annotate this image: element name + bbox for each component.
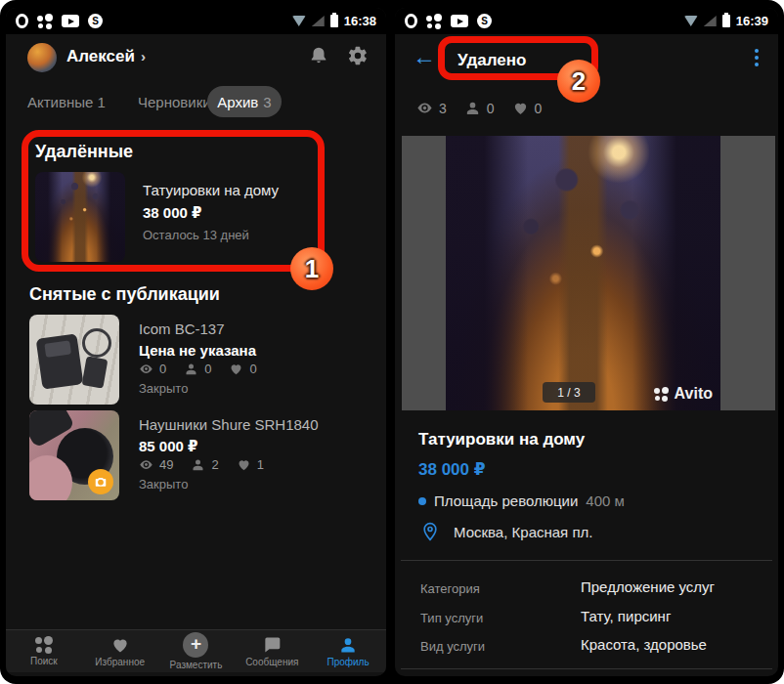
cell-signal-icon bbox=[312, 16, 325, 26]
listing-title[interactable]: Icom BC-137 bbox=[139, 321, 225, 337]
youtube-icon bbox=[62, 15, 79, 27]
nav-search[interactable]: Поиск bbox=[6, 630, 82, 672]
contacts-icon bbox=[464, 100, 481, 116]
shazam-icon: S bbox=[88, 14, 103, 28]
camera-icon bbox=[94, 475, 108, 489]
bell-icon[interactable] bbox=[308, 45, 329, 66]
carousel-next-photo-edge[interactable] bbox=[720, 136, 775, 410]
deleted-ad-screen: S 16:39 ← Удалено 2 3 0 0 bbox=[395, 8, 778, 676]
listing-title[interactable]: Татуировки на дому bbox=[143, 182, 279, 198]
listing-price: 85 000 ₽ bbox=[139, 438, 197, 455]
annotation-badge-1: 1 bbox=[290, 247, 333, 290]
status-bar: S 16:38 bbox=[6, 8, 386, 34]
chevron-right-icon: › bbox=[141, 48, 146, 64]
avito-notification-icon bbox=[426, 14, 442, 29]
listing-price: 38 000 ₽ bbox=[143, 204, 201, 222]
avito-watermark: Avito bbox=[654, 385, 713, 403]
overflow-menu-icon[interactable] bbox=[755, 49, 759, 69]
nav-label: Профиль bbox=[327, 657, 370, 667]
nav-label: Сообщения bbox=[245, 657, 298, 667]
profile-screen: S 16:38 Алексей› Активные 1 Черновики 5 … bbox=[6, 8, 386, 676]
detail-label: Тип услуги bbox=[420, 611, 483, 625]
listing-status: Закрыто bbox=[139, 381, 188, 396]
ad-photo[interactable]: 1 / 3 Avito bbox=[446, 136, 720, 410]
heart-icon bbox=[110, 635, 130, 655]
ad-stats: 3 0 0 bbox=[416, 100, 542, 116]
unpublished-section-title: Снятые с публикации bbox=[29, 284, 220, 305]
divider bbox=[401, 668, 772, 669]
back-button[interactable]: ← bbox=[413, 43, 436, 70]
contacts-icon bbox=[191, 457, 205, 472]
detail-value: Красота, здоровье bbox=[581, 636, 707, 653]
nav-messages[interactable]: Сообщения bbox=[234, 630, 310, 672]
avatar[interactable] bbox=[27, 43, 57, 72]
divider bbox=[401, 560, 772, 561]
tab-active[interactable]: Активные 1 bbox=[27, 94, 106, 110]
contacts-icon bbox=[184, 362, 198, 376]
detail-label: Вид услуги bbox=[420, 639, 485, 654]
favorites-icon bbox=[237, 457, 251, 472]
wifi-icon bbox=[292, 16, 306, 26]
location-pin-icon bbox=[420, 522, 440, 541]
carousel-prev-photo-edge[interactable] bbox=[402, 136, 446, 410]
bottom-navigation: Поиск Избранное + Разместить Сообщения П… bbox=[6, 629, 386, 672]
photo-carousel[interactable]: 1 / 3 Avito bbox=[395, 136, 778, 410]
detail-value: Предложение услуг bbox=[581, 578, 715, 595]
annotated-screenshot-canvas: S 16:38 Алексей› Активные 1 Черновики 5 … bbox=[0, 0, 784, 684]
clock: 16:39 bbox=[736, 14, 768, 28]
clock: 16:38 bbox=[344, 14, 376, 28]
views-icon bbox=[416, 100, 433, 116]
deleted-section-title: Удалённые bbox=[35, 142, 133, 162]
shazam-icon: S bbox=[477, 14, 492, 28]
listing-stats: 0 0 0 bbox=[139, 362, 257, 376]
listing-stats: 49 2 1 bbox=[139, 457, 264, 472]
profile-name[interactable]: Алексей› bbox=[66, 47, 146, 66]
views-icon bbox=[139, 362, 153, 376]
listing-thumbnail-tattoo[interactable] bbox=[35, 172, 125, 262]
listing-thumbnail-icom[interactable] bbox=[29, 315, 119, 405]
person-icon bbox=[338, 635, 358, 655]
avito-logo-icon bbox=[654, 387, 669, 402]
opera-icon bbox=[16, 14, 28, 28]
status-bar: S 16:39 bbox=[395, 8, 778, 34]
views-icon bbox=[139, 457, 153, 472]
metro-name: Площадь революции bbox=[434, 492, 578, 509]
detail-label: Категория bbox=[420, 581, 480, 596]
listing-price: Цена не указана bbox=[139, 342, 256, 359]
plus-icon: + bbox=[183, 632, 208, 658]
metro-distance: 400 м bbox=[586, 492, 625, 509]
detail-value: Тату, пирсинг bbox=[581, 608, 671, 624]
listing-status: Закрыто bbox=[139, 477, 188, 492]
ad-title: Татуировки на дому bbox=[418, 430, 585, 449]
address-row[interactable]: Москва, Красная пл. bbox=[420, 522, 592, 541]
address-text: Москва, Красная пл. bbox=[454, 524, 592, 540]
photo-counter: 1 / 3 bbox=[543, 382, 595, 403]
page-title: Удалено bbox=[457, 51, 526, 70]
opera-icon bbox=[405, 14, 417, 28]
favorites-icon bbox=[512, 100, 529, 116]
youtube-icon bbox=[451, 15, 468, 27]
listing-days-left: Осталось 13 дней bbox=[143, 228, 249, 242]
gear-icon[interactable] bbox=[347, 45, 369, 66]
metro-line-dot bbox=[418, 497, 426, 505]
listing-thumbnail-headphones[interactable] bbox=[29, 410, 119, 500]
nav-favorites[interactable]: Избранное bbox=[82, 630, 158, 672]
chat-icon bbox=[262, 635, 282, 655]
nav-label: Разместить bbox=[170, 660, 223, 670]
battery-icon bbox=[722, 15, 730, 27]
cell-signal-icon bbox=[704, 16, 717, 26]
battery-icon bbox=[330, 15, 338, 27]
photo-count-badge bbox=[88, 469, 113, 494]
nav-label: Поиск bbox=[30, 656, 58, 666]
nav-label: Избранное bbox=[95, 657, 145, 667]
favorites-icon bbox=[229, 362, 243, 376]
listing-title[interactable]: Наушники Shure SRH1840 bbox=[139, 416, 319, 433]
wifi-icon bbox=[684, 16, 698, 26]
nav-profile[interactable]: Профиль bbox=[310, 630, 386, 672]
nav-post-ad[interactable]: + Разместить bbox=[158, 630, 235, 672]
tab-archive-selected[interactable]: Архив3 bbox=[207, 86, 282, 117]
avito-notification-icon bbox=[37, 14, 53, 29]
ad-price: 38 000 ₽ bbox=[418, 459, 486, 480]
avito-logo-icon bbox=[35, 636, 53, 654]
annotation-badge-2: 2 bbox=[557, 60, 600, 103]
